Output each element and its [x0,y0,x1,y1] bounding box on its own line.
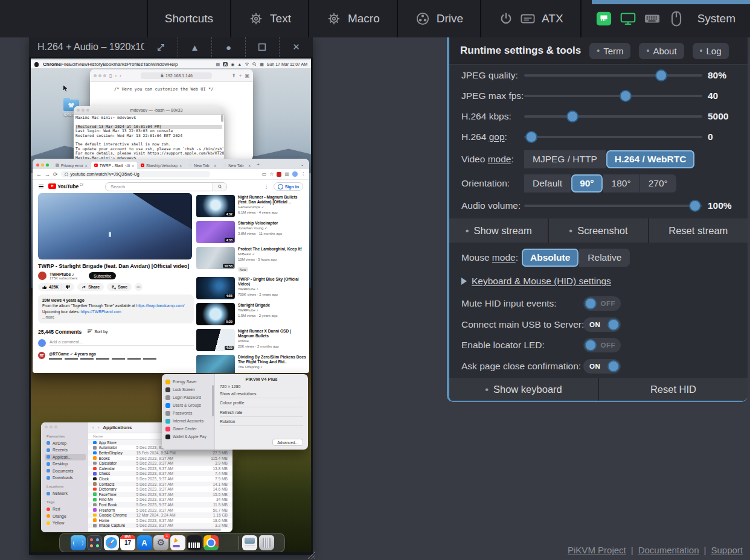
file-name: FaceTime [99,492,136,497]
video-duration: 4:55 [225,294,234,298]
support-link[interactable]: Support [711,545,743,555]
video-thumbnail: 4:33 [196,221,235,243]
pikvm-project-link[interactable]: PiKVM Project [568,545,626,555]
file-icon [93,518,97,522]
stream-video[interactable]: ChromeFileEditViewHistoryBookmarksProfil… [31,59,311,552]
hid-settings-link[interactable]: Keyboard & Mouse (HID) settings [461,276,611,287]
slider-knob[interactable] [620,90,632,102]
stream-fullscreen-button[interactable] [245,37,279,57]
menu-text[interactable]: Text [230,0,308,37]
remote-menubar-item: Edit [69,62,77,67]
stream-window-titlebar[interactable]: H.264 + Audio – 1920x10 ▲ ● ✕ [29,37,313,57]
menu-system[interactable]: System [697,12,736,25]
slider-knob[interactable] [655,69,667,81]
help-link[interactable]: mode [492,252,516,262]
button-label: Reset stream [668,225,728,237]
settings-sidebar-item: Passwords [165,409,212,417]
slider-track[interactable] [524,95,702,97]
sidebar-item-label: Applicati... [53,455,71,459]
panel-header-button[interactable]: •About [639,43,684,59]
chrome-reload-icon: ⟳ [53,171,58,177]
youtube-logo: YouTube CY [48,183,83,189]
related-video-title: TWRP - Bright Blue Sky (Official Video) [238,277,307,287]
file-name: Find My [99,497,136,501]
remote-terminal-window: mdevaev — -bash — 80x33 Maxims-Mac-mini:… [74,106,224,162]
terminal-line: Maxims-Mac-mini:~ mdevaev$ [75,116,222,121]
youtube-kebab-icon: ⋮ [264,184,269,189]
finder-file-row: Contacts 5 Dec 2023, 9:37 AM 14.1 MB [88,482,232,487]
comments-count: 25,445 Comments [38,329,82,335]
stream-collapse-button[interactable]: ▲ [178,37,211,57]
toggle-switch[interactable]: OFF [583,338,621,352]
stream-expand-button[interactable] [144,37,178,57]
video-mode-option[interactable]: MJPEG / HTTP [524,150,606,168]
launchpad-dock-icon [87,535,102,550]
help-link[interactable]: gop [489,132,505,142]
settings-item-icon [165,427,170,431]
chrome-tab: New Tab× [185,162,219,169]
chrome-new-tab-button: + [257,162,260,167]
stream-detach-button[interactable]: ● [211,37,245,57]
finder-sidebar-item: Applicati... [45,454,86,461]
remote-desktop: ChromeFileEditViewHistoryBookmarksProfil… [31,59,311,552]
search-icon [218,185,222,189]
toggle-label: Enable locator LED: [461,340,545,351]
settings-item-label: Lock Screen [173,387,195,392]
hid-action-button[interactable]: •Show keyboard [449,378,598,401]
orientation-option[interactable]: 90° [571,174,603,192]
file-name: App Store [99,441,136,445]
settings-item-icon [165,411,170,416]
sidebar-item-icon [46,514,50,518]
signin-label: Sign in [285,185,299,189]
finder-location-title: Applications [103,425,132,430]
hid-settings-row: Keyboard & Mouse (HID) settings [449,273,748,290]
mouse-mode-option[interactable]: Relative [579,249,630,267]
finder-file-row: Books 5 Dec 2023, 9:37 AM 115.4 MB [88,456,232,461]
video-mode-option[interactable]: H.264 / WebRTC [606,150,695,168]
documentation-link[interactable]: Documentation [638,545,699,555]
calendar-dock-icon: MAR17 [120,535,135,550]
settings-sidebar-item: Internet Accounts [165,417,212,425]
mouse-mode-option[interactable]: Absolute [522,249,579,267]
file-size: 115.4 MB [192,456,228,460]
safari-toolbar: ▯ ‹ › 192.168.1.146 ⬆ + ▣ [90,69,253,82]
menu-drive[interactable]: Drive [397,0,480,37]
orientation-option[interactable]: 270° [640,174,676,192]
slider-track[interactable] [524,136,702,138]
app-store-dock-icon [137,535,152,550]
spotlight-icon [252,62,257,67]
file-date: 12 Mar 2024, 3:24 AM [136,513,192,517]
help-link[interactable]: mode [488,154,511,164]
stream-close-button[interactable]: ✕ [279,37,313,57]
slider-track[interactable] [524,74,702,77]
slider-knob[interactable] [689,200,701,212]
related-video-channel: TWRPtube ♪ [238,308,307,313]
finder-traffic-lights [45,425,86,428]
settings-row: Show all resolutions [220,389,303,398]
hid-action-button[interactable]: Reset HID [599,378,748,401]
related-video-views: 6.1M views · 4 years ago [238,211,307,215]
menu-atx[interactable]: ATX [480,0,580,37]
toggle-switch[interactable]: ON [583,317,621,332]
slider-track[interactable] [524,205,702,207]
slider-track[interactable] [524,115,702,118]
panel-header-button[interactable]: •Term [589,43,630,59]
stream-action-button[interactable]: Reset stream [649,218,748,243]
slider-label: JPEG max fps: [461,91,524,101]
file-size: 34 MB [192,497,228,501]
trash-dock-icon [259,535,274,550]
settings-sidebar-item: Energy Saver [165,378,212,386]
panel-header-button[interactable]: •Log [693,43,729,59]
toggle-switch[interactable]: OFF [583,296,621,311]
orientation-option[interactable]: 180° [603,174,640,192]
toggle-switch[interactable]: ON [583,359,621,374]
orientation-option[interactable]: Default [524,174,571,192]
stream-action-button[interactable]: •Screenshot [549,218,647,243]
stream-action-button[interactable]: •Show stream [449,218,548,243]
video-thumbnail: 4:33 [196,329,235,351]
slider-knob[interactable] [566,110,579,122]
slider-knob[interactable] [525,131,537,143]
menu-macro[interactable]: Macro [308,0,397,37]
extension-icon [277,172,281,177]
menu-shortcuts[interactable]: Shortcuts [147,0,230,37]
